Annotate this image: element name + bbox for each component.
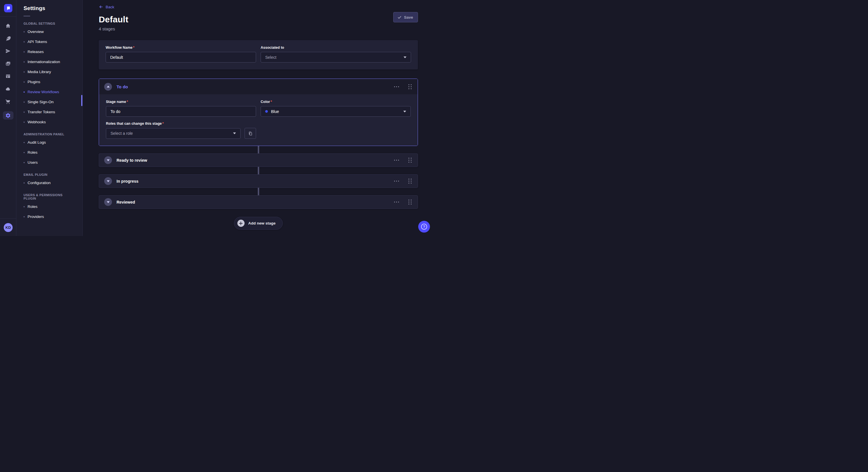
chevron-down-icon [403, 111, 406, 112]
stage-color-label: Color* [260, 100, 411, 104]
section-label-global-settings: GLOBAL SETTINGS [24, 22, 75, 25]
workflow-name-input[interactable]: Default [105, 52, 256, 63]
bullet-icon [24, 102, 25, 103]
chevron-up-icon [107, 86, 110, 88]
stage-row-ready-to-review: Ready to review [99, 154, 418, 167]
sidebar-item-email-configuration[interactable]: Configuration [17, 178, 82, 188]
stage-name-label: Stage name* [106, 100, 256, 104]
drag-handle-icon[interactable] [408, 199, 412, 205]
settings-gear-icon[interactable] [3, 111, 13, 120]
page-title: Default [99, 14, 418, 24]
sidebar-item-label: Users [28, 160, 38, 165]
sidebar-item-label: Review Workflows [28, 90, 59, 94]
sidebar-item-label: Configuration [28, 181, 51, 185]
section-label-administration-panel: ADMINISTRATION PANEL [24, 133, 75, 136]
sidebar-item-internationalization[interactable]: Internationalization [17, 57, 82, 67]
expand-stage-button[interactable] [104, 198, 112, 206]
sidebar-item-releases[interactable]: Releases [17, 47, 82, 57]
sidebar-item-webhooks[interactable]: Webhooks [17, 117, 82, 127]
required-asterisk: * [271, 100, 272, 104]
sidebar-item-label: Roles [28, 150, 38, 155]
stage-color-value: Blue [271, 109, 279, 114]
associated-to-select[interactable]: Select [260, 52, 411, 63]
stage-options-icon[interactable] [393, 85, 400, 88]
duplicate-roles-button[interactable] [245, 128, 256, 139]
section-label-users-permissions-plugin: USERS & PERMISSIONS PLUGIN [24, 193, 75, 200]
sidebar-item-media-library[interactable]: Media Library [17, 67, 82, 77]
main-nav-rail: KD [0, 0, 17, 236]
sidebar-item-up-providers[interactable]: Providers [17, 212, 82, 222]
sidebar-item-label: Media Library [28, 70, 51, 74]
stage-color-select[interactable]: Blue [260, 106, 411, 117]
back-link[interactable]: Back [99, 5, 114, 9]
sidebar-item-label: Releases [28, 49, 43, 54]
stage-options-icon[interactable] [393, 200, 400, 204]
bullet-icon [24, 61, 25, 63]
sidebar-item-api-tokens[interactable]: API Tokens [17, 37, 82, 47]
sidebar-item-transfer-tokens[interactable]: Transfer Tokens [17, 107, 82, 117]
sidebar-item-up-roles[interactable]: Roles [17, 202, 82, 212]
required-asterisk: * [162, 122, 164, 126]
drag-handle-icon[interactable] [408, 83, 412, 90]
sidebar-item-plugins[interactable]: Plugins [17, 77, 82, 87]
subnav-scrollbar-thumb[interactable] [81, 95, 82, 106]
stage-name-input[interactable]: To do [106, 106, 256, 117]
stage-name-value: To do [111, 109, 120, 114]
chevron-down-icon [107, 160, 110, 161]
help-button[interactable]: ? [418, 221, 430, 233]
strapi-logo[interactable] [4, 4, 12, 12]
stage-connector [258, 167, 259, 174]
collapse-stage-button[interactable] [104, 83, 112, 91]
bullet-icon [24, 142, 25, 143]
sidebar-item-admin-users[interactable]: Users [17, 158, 82, 167]
cloud-icon[interactable] [5, 86, 11, 92]
expand-stage-button[interactable] [104, 177, 112, 185]
media-library-icon[interactable] [5, 61, 11, 67]
stage-roles-label: Roles that can change this stage* [106, 122, 256, 126]
bullet-icon [24, 41, 25, 42]
subnav-title-divider [24, 16, 30, 16]
stage-options-icon[interactable] [393, 179, 400, 183]
sidebar-item-review-workflows[interactable]: Review Workflows [17, 87, 82, 97]
bullet-icon [24, 122, 25, 123]
expand-stage-button[interactable] [104, 156, 112, 164]
sidebar-item-admin-roles[interactable]: Roles [17, 147, 82, 158]
back-arrow-icon [99, 5, 103, 9]
sidebar-item-label: Overview [28, 30, 43, 34]
bullet-icon [24, 71, 25, 72]
section-label-email-plugin: EMAIL PLUGIN [24, 173, 75, 176]
stage-roles-placeholder: Select a role [111, 131, 133, 136]
check-icon [398, 15, 401, 19]
home-icon[interactable] [5, 23, 11, 29]
content-manager-feather-icon[interactable] [5, 36, 11, 41]
chevron-down-icon [107, 201, 110, 203]
associated-to-field-group: Associated to Select [260, 45, 411, 63]
sidebar-item-single-sign-on[interactable]: Single Sign-On [17, 97, 82, 107]
bullet-icon [24, 111, 25, 113]
sidebar-item-overview[interactable]: Overview [17, 27, 82, 37]
stage-panel-header: To do [99, 79, 417, 94]
stage-roles-select[interactable]: Select a role [106, 128, 241, 139]
workflow-name-label: Workflow Name* [105, 45, 256, 49]
bullet-icon [24, 31, 25, 32]
chevron-down-icon [107, 180, 110, 182]
save-button[interactable]: Save [393, 12, 418, 22]
sidebar-item-label: Transfer Tokens [28, 110, 55, 114]
user-avatar[interactable]: KD [4, 223, 12, 232]
drag-handle-icon[interactable] [408, 178, 412, 184]
stage-panel-to-do: To do Stage name* To do Color* [99, 78, 418, 146]
sidebar-item-label: Webhooks [28, 120, 46, 124]
workflow-form-card: Workflow Name* Default Associated to Sel… [99, 40, 418, 69]
release-paper-plane-icon[interactable] [5, 48, 11, 54]
bullet-icon [24, 92, 25, 93]
drag-handle-icon[interactable] [408, 157, 412, 164]
strapi-logo-glyph [5, 5, 11, 11]
stage-options-icon[interactable] [393, 159, 400, 162]
marketplace-cart-icon[interactable] [5, 99, 11, 104]
content-type-builder-icon[interactable] [5, 73, 11, 79]
workflow-name-value: Default [110, 55, 123, 60]
sidebar-item-label: API Tokens [28, 40, 47, 44]
add-new-stage-button[interactable]: Add new stage [234, 217, 283, 230]
sidebar-item-audit-logs[interactable]: Audit Logs [17, 137, 82, 147]
stage-roles-field-group: Roles that can change this stage* Select… [106, 122, 256, 139]
